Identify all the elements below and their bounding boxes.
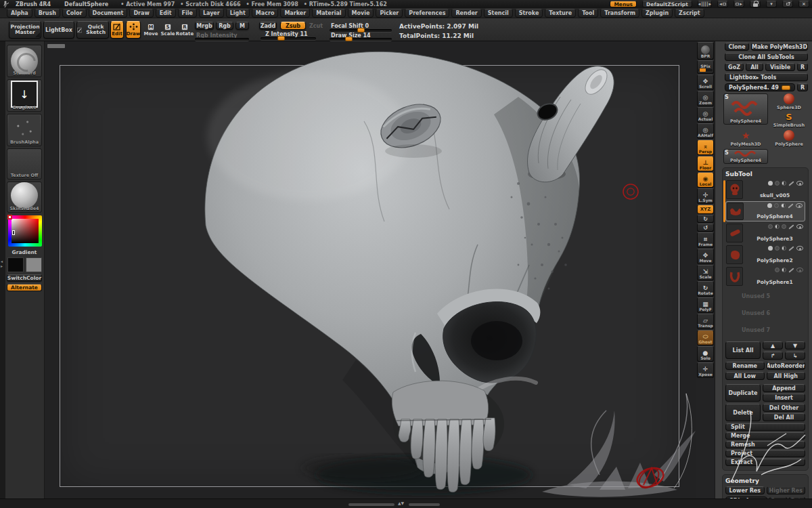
- polypaint-off-icon[interactable]: [775, 181, 780, 186]
- polyf-button[interactable]: ▦PolyF: [697, 297, 714, 313]
- subtool-subsection-bar[interactable]: Remesh: [725, 441, 805, 448]
- current-texture-thumbnail[interactable]: Texture Off: [7, 148, 42, 179]
- rgb-button[interactable]: Rgb: [216, 22, 233, 30]
- menu-item[interactable]: Alpha: [7, 9, 32, 18]
- saturation-square[interactable]: [12, 219, 39, 243]
- close-button[interactable]: ×: [798, 1, 809, 7]
- draw-size-handle[interactable]: [345, 37, 353, 41]
- polypaint-icon[interactable]: [767, 203, 772, 208]
- zsub-button[interactable]: Zsub: [280, 22, 306, 30]
- tool-slider-handle[interactable]: [782, 85, 790, 90]
- del-all-button[interactable]: Del All: [763, 413, 805, 421]
- actual-button[interactable]: ◎Actual: [697, 107, 714, 123]
- current-brush-thumbnail[interactable]: Standard: [7, 45, 42, 77]
- polypaint-icon[interactable]: [768, 181, 773, 186]
- del-other-button[interactable]: Del Other: [763, 404, 805, 412]
- local-button[interactable]: ◉Local: [697, 172, 714, 188]
- menu-item[interactable]: Draw: [129, 9, 153, 18]
- menu-item[interactable]: Texture: [545, 9, 576, 18]
- menu-item[interactable]: Stencil: [484, 9, 513, 18]
- divider-collapse-icon[interactable]: ◂▸: [1, 259, 3, 268]
- menu-item[interactable]: Marker: [280, 9, 310, 18]
- projection-master-button[interactable]: Projection Master: [9, 21, 41, 39]
- sphere3d-tool[interactable]: Sphere3D: [770, 93, 808, 110]
- lock-button[interactable]: [750, 1, 761, 7]
- lightbox-tools-button[interactable]: Lightbox▸ Tools: [725, 73, 808, 81]
- insert-button[interactable]: Insert: [763, 394, 805, 402]
- lower-res-button[interactable]: Lower Res: [725, 486, 765, 494]
- subtool-scroll-indicator[interactable]: [723, 180, 725, 222]
- tray-right-toggle[interactable]: ▸: [734, 1, 744, 7]
- z-intensity-slider[interactable]: [261, 37, 316, 40]
- menu-item[interactable]: Picker: [376, 9, 403, 18]
- sculpting-canvas[interactable]: [45, 41, 697, 499]
- visibility-eye-icon[interactable]: [796, 268, 803, 272]
- delete-button[interactable]: Delete: [725, 404, 761, 421]
- subtool-up-button[interactable]: ▲: [763, 341, 783, 350]
- menu-item[interactable]: Movie: [348, 9, 374, 18]
- polypaint-off-icon[interactable]: [775, 268, 780, 272]
- rgb-intensity-slider[interactable]: [195, 38, 249, 41]
- visibility-eye-icon[interactable]: [796, 224, 803, 229]
- ghost-button[interactable]: ⬭Ghost: [697, 330, 714, 345]
- zoom-button[interactable]: ◎Zoom: [697, 91, 714, 106]
- clone-button[interactable]: Clone: [725, 43, 749, 51]
- uv-icon[interactable]: [782, 268, 786, 272]
- subtool-subsection-bar[interactable]: Extract: [725, 459, 805, 466]
- append-button[interactable]: Append: [763, 384, 805, 392]
- scale-button[interactable]: S Scale: [160, 21, 175, 39]
- subtool-subsection-bar[interactable]: Split: [725, 423, 805, 431]
- menu-item[interactable]: Edit: [156, 9, 176, 18]
- polymesh3d-tool[interactable]: ★PolyMesh3D: [723, 130, 768, 147]
- subtool-subsection-bar[interactable]: Project: [725, 450, 805, 457]
- recent-tool-thumbnail[interactable]: S PolySphere4: [723, 149, 768, 164]
- menu-item[interactable]: File: [178, 9, 197, 18]
- bpr-button[interactable]: BPR: [697, 42, 714, 60]
- frame-button[interactable]: ⌗Frame: [697, 232, 714, 248]
- draw-button[interactable]: Draw: [126, 21, 141, 39]
- quick-sketch-button[interactable]: Quick Sketch: [76, 21, 109, 39]
- polypaint-icon[interactable]: [768, 246, 773, 251]
- subtool-move-up-button[interactable]: ↱: [763, 352, 783, 360]
- geometry-header[interactable]: Geometry: [725, 478, 805, 484]
- subtool-row-polysphere1[interactable]: PolySphere1: [725, 266, 805, 287]
- current-material-thumbnail[interactable]: SkinShade4: [7, 182, 42, 213]
- strip-rotate-button[interactable]: ↻Rotate: [697, 281, 714, 297]
- main-color-swatch[interactable]: [7, 257, 24, 272]
- edit-icon[interactable]: [788, 268, 794, 272]
- menu-item[interactable]: Transform: [600, 9, 639, 18]
- subtool-down-button[interactable]: ▼: [785, 341, 805, 350]
- alternate-button[interactable]: Alternate: [7, 284, 42, 291]
- current-alpha-thumbnail[interactable]: BrushAlpha: [7, 114, 42, 146]
- edit-icon[interactable]: [788, 203, 793, 208]
- visibility-eye-icon[interactable]: [796, 203, 803, 208]
- uv-icon[interactable]: [782, 246, 786, 251]
- edit-icon[interactable]: [788, 246, 794, 251]
- tool-slider-r-button[interactable]: R: [797, 83, 808, 91]
- visibility-eye-icon[interactable]: [796, 246, 803, 251]
- move-button[interactable]: M Move: [143, 21, 158, 39]
- visibility-eye-icon[interactable]: [796, 181, 803, 186]
- edit-icon[interactable]: [788, 224, 794, 229]
- uv-icon[interactable]: [775, 224, 780, 229]
- autoreorder-button[interactable]: AutoReorder: [767, 362, 806, 370]
- polypaint-off-icon[interactable]: [782, 224, 786, 229]
- draw-size-slider[interactable]: [330, 38, 392, 41]
- subtool-move-down-button[interactable]: ↳: [785, 352, 805, 360]
- duplicate-button[interactable]: Duplicate: [725, 384, 761, 402]
- subtool-row-polysphere2[interactable]: PolySphere2: [725, 245, 805, 265]
- left-divider-strip[interactable]: ◂▸: [0, 18, 5, 508]
- subtool-row-skull[interactable]: skull_v005: [725, 179, 805, 200]
- menu-item[interactable]: Stroke: [515, 9, 543, 18]
- h-scrollbar-right[interactable]: [409, 503, 440, 506]
- menu-item[interactable]: Document: [89, 9, 128, 18]
- goz-r-button[interactable]: R: [797, 63, 808, 71]
- h-scrollbar-left[interactable]: [348, 503, 394, 506]
- secondary-color-swatch[interactable]: [26, 257, 42, 272]
- solo-button[interactable]: ●Solo: [697, 346, 714, 362]
- rotate-button[interactable]: R Rotate: [177, 21, 193, 39]
- restore-button[interactable]: [782, 1, 793, 7]
- zcut-button[interactable]: Zcut: [308, 22, 324, 30]
- menu-item[interactable]: Material: [312, 9, 345, 18]
- floor-button[interactable]: ⊥Floor: [697, 156, 714, 171]
